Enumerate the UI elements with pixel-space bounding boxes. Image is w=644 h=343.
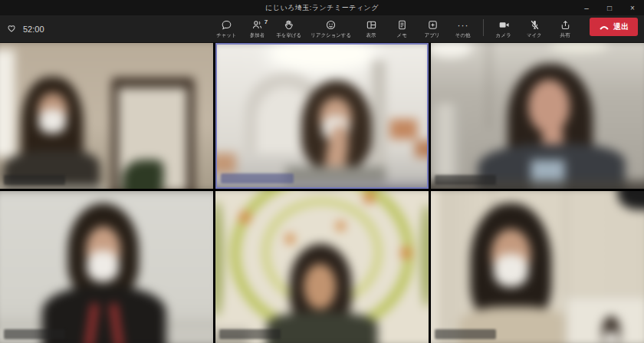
react-button-label: リアクションする [310,31,351,38]
participants-count-badge: 7 [264,18,268,25]
participant-video-blurred [0,191,213,343]
toolbar-buttons: チャット 7 参加者 [211,18,638,40]
title-bar: にじいろ埼玉:ランチミーティング – □ × [0,0,644,15]
more-button[interactable]: ··· その他 [448,18,478,40]
apps-button[interactable]: アプリ [417,18,448,40]
share-button[interactable]: 共有 [550,18,580,40]
maximize-button[interactable]: □ [598,0,621,15]
chat-icon [221,19,232,31]
participant-name-label [435,175,496,185]
raise-hand-button-label: 手を挙げる [277,31,302,38]
memo-button[interactable]: メモ [386,18,417,40]
view-button[interactable]: 表示 [356,18,386,40]
raise-hand-button[interactable]: 手を挙げる [272,18,306,40]
chat-button[interactable]: チャット [211,18,242,40]
window-title: にじいろ埼玉:ランチミーティング [265,3,379,13]
react-smiley-icon [325,19,337,31]
participant-name-label [4,329,65,339]
apps-plus-icon [427,19,439,31]
video-tile-top-left[interactable] [0,43,213,189]
gallery-view-icon [366,19,377,31]
minimize-button[interactable]: – [575,0,598,15]
video-grid [0,43,644,343]
participant-name-label [221,173,294,183]
share-screen-icon [560,19,571,31]
meeting-info: 52:00 [6,24,90,35]
video-tile-top-right[interactable] [431,43,644,189]
more-button-label: その他 [455,31,471,38]
participant-name-label [4,175,65,185]
camera-icon [498,19,510,31]
participant-video-blurred [431,43,644,189]
participants-button[interactable]: 7 参加者 [242,18,272,40]
leave-button[interactable]: 退出 [590,18,638,36]
camera-button-label: カメラ [496,31,511,38]
participant-video-blurred [0,43,213,189]
participant-video-blurred [215,191,429,343]
share-button-label: 共有 [560,31,570,38]
window-controls: – □ × [575,0,644,15]
react-button[interactable]: リアクションする [306,18,356,40]
memo-icon [396,19,408,31]
video-tile-bottom-left[interactable] [0,191,213,343]
more-ellipsis-icon: ··· [458,19,469,31]
heart-icon [6,24,17,35]
participant-video-blurred [431,191,644,343]
mic-button[interactable]: マイク [519,18,550,40]
video-tile-bottom-middle[interactable] [215,191,429,343]
memo-button-label: メモ [396,31,406,38]
raise-hand-icon [283,19,294,31]
mic-muted-icon [529,19,540,31]
participant-video-blurred [215,43,429,189]
toolbar-divider [483,19,484,36]
apps-button-label: アプリ [425,31,440,38]
teams-meeting-window: にじいろ埼玉:ランチミーティング – □ × 52:00 [0,0,644,343]
participants-icon [251,19,263,31]
video-tile-bottom-right[interactable] [431,191,644,343]
hangup-phone-icon [599,24,610,31]
participant-name-label [219,329,281,339]
participant-name-label [435,329,496,339]
meeting-toolbar: 52:00 チャット 7 [0,15,644,43]
chat-button-label: チャット [216,31,236,38]
close-button[interactable]: × [621,0,644,15]
meeting-timer: 52:00 [23,25,44,34]
camera-button[interactable]: カメラ [488,18,519,40]
leave-button-label: 退出 [613,21,629,32]
mic-button-label: マイク [527,31,542,38]
participants-button-label: 参加者 [250,31,264,38]
view-button-label: 表示 [366,31,376,38]
video-tile-top-middle-active-speaker[interactable] [215,43,429,189]
